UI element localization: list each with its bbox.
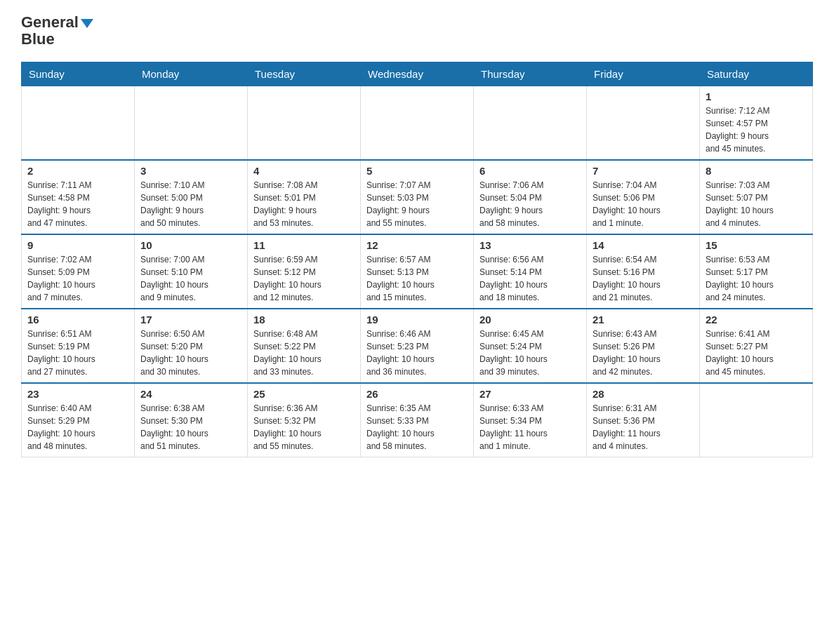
day-number: 16 bbox=[27, 314, 128, 326]
day-info: Sunrise: 6:40 AM Sunset: 5:29 PM Dayligh… bbox=[27, 402, 128, 452]
calendar-cell: 28Sunrise: 6:31 AM Sunset: 5:36 PM Dayli… bbox=[587, 383, 700, 457]
calendar-cell: 16Sunrise: 6:51 AM Sunset: 5:19 PM Dayli… bbox=[22, 309, 135, 383]
day-info: Sunrise: 6:33 AM Sunset: 5:34 PM Dayligh… bbox=[479, 402, 581, 452]
day-number: 26 bbox=[366, 388, 468, 400]
calendar-cell: 26Sunrise: 6:35 AM Sunset: 5:33 PM Dayli… bbox=[361, 383, 474, 457]
day-number: 25 bbox=[253, 388, 355, 400]
calendar-cell: 9Sunrise: 7:02 AM Sunset: 5:09 PM Daylig… bbox=[22, 234, 135, 309]
day-info: Sunrise: 7:08 AM Sunset: 5:01 PM Dayligh… bbox=[253, 179, 355, 229]
day-info: Sunrise: 6:36 AM Sunset: 5:32 PM Dayligh… bbox=[253, 402, 355, 452]
weekday-header-wednesday: Wednesday bbox=[361, 62, 474, 86]
day-info: Sunrise: 6:46 AM Sunset: 5:23 PM Dayligh… bbox=[366, 328, 468, 378]
logo: General Blue bbox=[21, 14, 93, 48]
calendar-cell: 5Sunrise: 7:07 AM Sunset: 5:03 PM Daylig… bbox=[361, 160, 474, 234]
calendar-cell: 21Sunrise: 6:43 AM Sunset: 5:26 PM Dayli… bbox=[587, 309, 700, 383]
calendar-cell: 11Sunrise: 6:59 AM Sunset: 5:12 PM Dayli… bbox=[248, 234, 361, 309]
day-number: 23 bbox=[27, 388, 128, 400]
calendar-cell bbox=[22, 86, 135, 161]
day-info: Sunrise: 6:50 AM Sunset: 5:20 PM Dayligh… bbox=[140, 328, 241, 378]
day-info: Sunrise: 6:51 AM Sunset: 5:19 PM Dayligh… bbox=[27, 328, 128, 378]
calendar-cell: 18Sunrise: 6:48 AM Sunset: 5:22 PM Dayli… bbox=[248, 309, 361, 383]
day-info: Sunrise: 6:41 AM Sunset: 5:27 PM Dayligh… bbox=[706, 328, 807, 378]
day-number: 11 bbox=[253, 239, 355, 251]
day-number: 22 bbox=[706, 314, 807, 326]
calendar-cell bbox=[587, 86, 700, 161]
day-number: 21 bbox=[593, 314, 694, 326]
weekday-header-thursday: Thursday bbox=[474, 62, 587, 86]
calendar-cell: 25Sunrise: 6:36 AM Sunset: 5:32 PM Dayli… bbox=[248, 383, 361, 457]
calendar-cell: 13Sunrise: 6:56 AM Sunset: 5:14 PM Dayli… bbox=[474, 234, 587, 309]
calendar-cell: 14Sunrise: 6:54 AM Sunset: 5:16 PM Dayli… bbox=[587, 234, 700, 309]
day-number: 5 bbox=[366, 165, 468, 177]
day-info: Sunrise: 6:59 AM Sunset: 5:12 PM Dayligh… bbox=[253, 253, 355, 304]
weekday-header-friday: Friday bbox=[587, 62, 700, 86]
calendar-week-row: 16Sunrise: 6:51 AM Sunset: 5:19 PM Dayli… bbox=[22, 309, 813, 383]
calendar-cell: 3Sunrise: 7:10 AM Sunset: 5:00 PM Daylig… bbox=[135, 160, 248, 234]
day-number: 10 bbox=[140, 239, 241, 251]
calendar-cell: 22Sunrise: 6:41 AM Sunset: 5:27 PM Dayli… bbox=[700, 309, 813, 383]
logo-text-general: General bbox=[21, 14, 79, 31]
calendar-cell: 20Sunrise: 6:45 AM Sunset: 5:24 PM Dayli… bbox=[474, 309, 587, 383]
day-number: 1 bbox=[706, 90, 807, 102]
calendar-cell: 24Sunrise: 6:38 AM Sunset: 5:30 PM Dayli… bbox=[135, 383, 248, 457]
calendar-cell bbox=[248, 86, 361, 161]
calendar-cell: 15Sunrise: 6:53 AM Sunset: 5:17 PM Dayli… bbox=[700, 234, 813, 309]
day-number: 8 bbox=[706, 165, 807, 177]
weekday-header-sunday: Sunday bbox=[22, 62, 135, 86]
day-number: 18 bbox=[253, 314, 355, 326]
day-info: Sunrise: 6:43 AM Sunset: 5:26 PM Dayligh… bbox=[593, 328, 694, 378]
day-info: Sunrise: 7:12 AM Sunset: 4:57 PM Dayligh… bbox=[706, 105, 807, 155]
day-info: Sunrise: 7:10 AM Sunset: 5:00 PM Dayligh… bbox=[140, 179, 241, 229]
calendar-cell: 1Sunrise: 7:12 AM Sunset: 4:57 PM Daylig… bbox=[700, 86, 813, 161]
day-number: 19 bbox=[366, 314, 468, 326]
day-info: Sunrise: 7:07 AM Sunset: 5:03 PM Dayligh… bbox=[366, 179, 468, 229]
calendar-cell: 23Sunrise: 6:40 AM Sunset: 5:29 PM Dayli… bbox=[22, 383, 135, 457]
calendar-cell bbox=[700, 383, 813, 457]
day-info: Sunrise: 6:31 AM Sunset: 5:36 PM Dayligh… bbox=[593, 402, 694, 452]
calendar-table: SundayMondayTuesdayWednesdayThursdayFrid… bbox=[21, 62, 813, 457]
day-info: Sunrise: 6:35 AM Sunset: 5:33 PM Dayligh… bbox=[366, 402, 468, 452]
day-info: Sunrise: 6:45 AM Sunset: 5:24 PM Dayligh… bbox=[479, 328, 581, 378]
day-number: 15 bbox=[706, 239, 807, 251]
day-info: Sunrise: 7:00 AM Sunset: 5:10 PM Dayligh… bbox=[140, 253, 241, 304]
day-number: 24 bbox=[140, 388, 241, 400]
day-number: 28 bbox=[593, 388, 694, 400]
day-number: 20 bbox=[479, 314, 581, 326]
calendar-cell: 17Sunrise: 6:50 AM Sunset: 5:20 PM Dayli… bbox=[135, 309, 248, 383]
day-number: 17 bbox=[140, 314, 241, 326]
page-header: General Blue bbox=[21, 14, 813, 48]
weekday-header-saturday: Saturday bbox=[700, 62, 813, 86]
calendar-week-row: 23Sunrise: 6:40 AM Sunset: 5:29 PM Dayli… bbox=[22, 383, 813, 457]
calendar-cell: 27Sunrise: 6:33 AM Sunset: 5:34 PM Dayli… bbox=[474, 383, 587, 457]
calendar-cell bbox=[361, 86, 474, 161]
day-number: 2 bbox=[27, 165, 128, 177]
calendar-cell: 12Sunrise: 6:57 AM Sunset: 5:13 PM Dayli… bbox=[361, 234, 474, 309]
day-info: Sunrise: 7:06 AM Sunset: 5:04 PM Dayligh… bbox=[479, 179, 581, 229]
day-info: Sunrise: 6:53 AM Sunset: 5:17 PM Dayligh… bbox=[706, 253, 807, 304]
day-info: Sunrise: 6:54 AM Sunset: 5:16 PM Dayligh… bbox=[593, 253, 694, 304]
day-number: 6 bbox=[479, 165, 581, 177]
calendar-week-row: 9Sunrise: 7:02 AM Sunset: 5:09 PM Daylig… bbox=[22, 234, 813, 309]
weekday-header-tuesday: Tuesday bbox=[248, 62, 361, 86]
day-info: Sunrise: 7:04 AM Sunset: 5:06 PM Dayligh… bbox=[593, 179, 694, 229]
calendar-cell: 7Sunrise: 7:04 AM Sunset: 5:06 PM Daylig… bbox=[587, 160, 700, 234]
day-info: Sunrise: 7:03 AM Sunset: 5:07 PM Dayligh… bbox=[706, 179, 807, 229]
day-info: Sunrise: 7:11 AM Sunset: 4:58 PM Dayligh… bbox=[27, 179, 128, 229]
calendar-cell bbox=[135, 86, 248, 161]
calendar-cell: 4Sunrise: 7:08 AM Sunset: 5:01 PM Daylig… bbox=[248, 160, 361, 234]
calendar-cell bbox=[474, 86, 587, 161]
day-info: Sunrise: 7:02 AM Sunset: 5:09 PM Dayligh… bbox=[27, 253, 128, 304]
day-info: Sunrise: 6:56 AM Sunset: 5:14 PM Dayligh… bbox=[479, 253, 581, 304]
calendar-cell: 10Sunrise: 7:00 AM Sunset: 5:10 PM Dayli… bbox=[135, 234, 248, 309]
weekday-header-monday: Monday bbox=[135, 62, 248, 86]
weekday-header-row: SundayMondayTuesdayWednesdayThursdayFrid… bbox=[22, 62, 813, 86]
day-number: 3 bbox=[140, 165, 241, 177]
calendar-cell: 19Sunrise: 6:46 AM Sunset: 5:23 PM Dayli… bbox=[361, 309, 474, 383]
day-info: Sunrise: 6:48 AM Sunset: 5:22 PM Dayligh… bbox=[253, 328, 355, 378]
day-info: Sunrise: 6:38 AM Sunset: 5:30 PM Dayligh… bbox=[140, 402, 241, 452]
day-number: 27 bbox=[479, 388, 581, 400]
calendar-week-row: 2Sunrise: 7:11 AM Sunset: 4:58 PM Daylig… bbox=[22, 160, 813, 234]
day-number: 13 bbox=[479, 239, 581, 251]
calendar-week-row: 1Sunrise: 7:12 AM Sunset: 4:57 PM Daylig… bbox=[22, 86, 813, 161]
day-number: 14 bbox=[593, 239, 694, 251]
